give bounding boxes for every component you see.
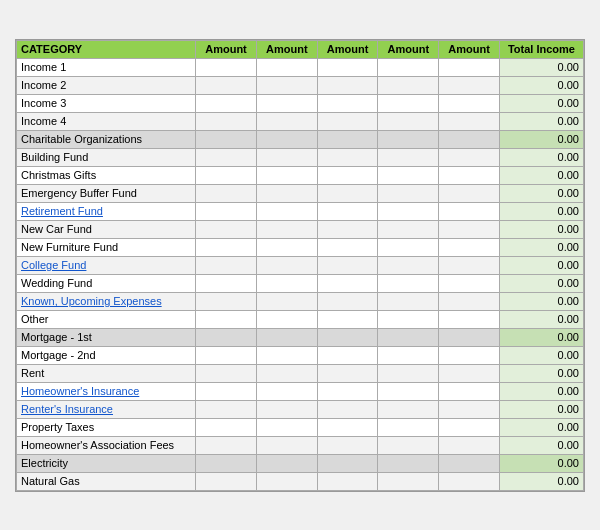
- amount-cell-5[interactable]: [439, 310, 500, 328]
- amount-cell-3[interactable]: [317, 454, 378, 472]
- amount-cell-4[interactable]: [378, 238, 439, 256]
- amount-cell-1[interactable]: [196, 274, 257, 292]
- amount-cell-3[interactable]: [317, 238, 378, 256]
- amount-cell-4[interactable]: [378, 364, 439, 382]
- amount-cell-4[interactable]: [378, 328, 439, 346]
- amount-cell-5[interactable]: [439, 274, 500, 292]
- amount-cell-1[interactable]: [196, 400, 257, 418]
- amount-cell-3[interactable]: [317, 94, 378, 112]
- amount-cell-1[interactable]: [196, 436, 257, 454]
- amount-cell-4[interactable]: [378, 310, 439, 328]
- amount-cell-5[interactable]: [439, 382, 500, 400]
- amount-cell-2[interactable]: [256, 220, 317, 238]
- amount-cell-5[interactable]: [439, 202, 500, 220]
- category-cell[interactable]: College Fund: [17, 256, 196, 274]
- amount-cell-1[interactable]: [196, 148, 257, 166]
- amount-cell-5[interactable]: [439, 454, 500, 472]
- amount-cell-1[interactable]: [196, 184, 257, 202]
- amount-cell-2[interactable]: [256, 238, 317, 256]
- amount-cell-1[interactable]: [196, 112, 257, 130]
- amount-cell-2[interactable]: [256, 166, 317, 184]
- amount-cell-5[interactable]: [439, 292, 500, 310]
- amount-cell-5[interactable]: [439, 184, 500, 202]
- amount-cell-5[interactable]: [439, 418, 500, 436]
- amount-cell-1[interactable]: [196, 310, 257, 328]
- amount-cell-3[interactable]: [317, 256, 378, 274]
- amount-cell-4[interactable]: [378, 274, 439, 292]
- amount-cell-3[interactable]: [317, 328, 378, 346]
- amount-cell-5[interactable]: [439, 166, 500, 184]
- amount-cell-5[interactable]: [439, 436, 500, 454]
- amount-cell-2[interactable]: [256, 310, 317, 328]
- amount-cell-5[interactable]: [439, 256, 500, 274]
- amount-cell-2[interactable]: [256, 436, 317, 454]
- amount-cell-4[interactable]: [378, 346, 439, 364]
- amount-cell-3[interactable]: [317, 220, 378, 238]
- amount-cell-2[interactable]: [256, 202, 317, 220]
- amount-cell-3[interactable]: [317, 418, 378, 436]
- amount-cell-5[interactable]: [439, 220, 500, 238]
- amount-cell-3[interactable]: [317, 112, 378, 130]
- amount-cell-1[interactable]: [196, 202, 257, 220]
- amount-cell-1[interactable]: [196, 58, 257, 76]
- amount-cell-1[interactable]: [196, 256, 257, 274]
- amount-cell-2[interactable]: [256, 274, 317, 292]
- amount-cell-2[interactable]: [256, 472, 317, 490]
- amount-cell-3[interactable]: [317, 202, 378, 220]
- amount-cell-2[interactable]: [256, 76, 317, 94]
- amount-cell-2[interactable]: [256, 94, 317, 112]
- amount-cell-2[interactable]: [256, 454, 317, 472]
- amount-cell-5[interactable]: [439, 148, 500, 166]
- amount-cell-1[interactable]: [196, 328, 257, 346]
- amount-cell-3[interactable]: [317, 472, 378, 490]
- amount-cell-2[interactable]: [256, 328, 317, 346]
- amount-cell-1[interactable]: [196, 238, 257, 256]
- amount-cell-4[interactable]: [378, 292, 439, 310]
- amount-cell-1[interactable]: [196, 94, 257, 112]
- amount-cell-3[interactable]: [317, 76, 378, 94]
- amount-cell-3[interactable]: [317, 310, 378, 328]
- amount-cell-3[interactable]: [317, 364, 378, 382]
- amount-cell-1[interactable]: [196, 166, 257, 184]
- amount-cell-1[interactable]: [196, 454, 257, 472]
- amount-cell-1[interactable]: [196, 76, 257, 94]
- amount-cell-1[interactable]: [196, 346, 257, 364]
- amount-cell-4[interactable]: [378, 400, 439, 418]
- amount-cell-4[interactable]: [378, 94, 439, 112]
- amount-cell-2[interactable]: [256, 292, 317, 310]
- amount-cell-5[interactable]: [439, 130, 500, 148]
- amount-cell-2[interactable]: [256, 346, 317, 364]
- amount-cell-5[interactable]: [439, 238, 500, 256]
- amount-cell-2[interactable]: [256, 418, 317, 436]
- amount-cell-4[interactable]: [378, 58, 439, 76]
- amount-cell-5[interactable]: [439, 94, 500, 112]
- amount-cell-1[interactable]: [196, 220, 257, 238]
- amount-cell-4[interactable]: [378, 220, 439, 238]
- amount-cell-3[interactable]: [317, 58, 378, 76]
- amount-cell-2[interactable]: [256, 256, 317, 274]
- amount-cell-3[interactable]: [317, 436, 378, 454]
- amount-cell-3[interactable]: [317, 148, 378, 166]
- amount-cell-1[interactable]: [196, 472, 257, 490]
- amount-cell-3[interactable]: [317, 292, 378, 310]
- amount-cell-5[interactable]: [439, 472, 500, 490]
- amount-cell-3[interactable]: [317, 166, 378, 184]
- amount-cell-4[interactable]: [378, 436, 439, 454]
- amount-cell-1[interactable]: [196, 292, 257, 310]
- amount-cell-2[interactable]: [256, 364, 317, 382]
- amount-cell-4[interactable]: [378, 454, 439, 472]
- amount-cell-4[interactable]: [378, 112, 439, 130]
- amount-cell-5[interactable]: [439, 400, 500, 418]
- amount-cell-1[interactable]: [196, 382, 257, 400]
- category-cell[interactable]: Homeowner's Insurance: [17, 382, 196, 400]
- amount-cell-2[interactable]: [256, 148, 317, 166]
- amount-cell-5[interactable]: [439, 346, 500, 364]
- amount-cell-3[interactable]: [317, 400, 378, 418]
- amount-cell-3[interactable]: [317, 130, 378, 148]
- amount-cell-4[interactable]: [378, 418, 439, 436]
- amount-cell-2[interactable]: [256, 58, 317, 76]
- amount-cell-5[interactable]: [439, 328, 500, 346]
- amount-cell-4[interactable]: [378, 166, 439, 184]
- amount-cell-4[interactable]: [378, 184, 439, 202]
- amount-cell-4[interactable]: [378, 76, 439, 94]
